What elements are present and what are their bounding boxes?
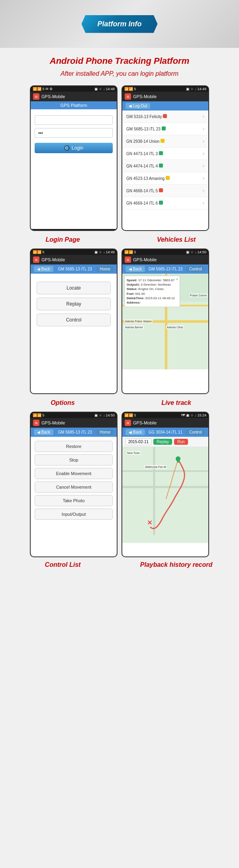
control-button[interactable]: Cancel Movement [35,481,113,493]
popup-close[interactable]: ✕ [176,277,178,282]
playback-date: 2015-02-11 [125,438,151,445]
control-button[interactable]: Enable Movement [35,468,113,479]
livetrack-label: Live track [133,399,220,406]
livetrack-nav-bar: ◀ Back GM 5685-13 iTL 23 Control [122,264,208,274]
svg-marker-11 [176,460,180,463]
options-phone: 📶📶 5 ▣ ☆ ↓ 14:49 G GPS-Mobile ◀ Back GM … [30,249,118,394]
main-title: Android Phone Tracking Platform [0,48,239,68]
option-button[interactable]: Replay [37,298,111,310]
logout-button[interactable]: ◀ Log Out [125,103,150,109]
playback-toolbar: 2015-02-11 Replay Run [122,437,208,447]
vehicles-app-name: GPS-Mobile [133,94,157,99]
list-item[interactable]: GN 2938-14 Union › [122,135,208,148]
options-app-header: G GPS-Mobile [31,255,117,264]
login-screen: ⚙ Login [31,109,117,229]
options-status-bar: 📶📶 5 ▣ ☆ ↓ 14:49 [31,249,117,255]
map-label-barrier: Adenta Barrier [124,326,144,329]
options-label: Options [19,399,107,406]
livetrack-screen: ✕ Speed: 17.11 Odometer: 5803.87 Output1… [122,274,208,393]
options-app-icon: G [33,256,39,263]
end-marker [175,456,181,465]
options-app-name: GPS-Mobile [41,257,65,262]
login-form: ⚙ Login [31,109,117,159]
control-home-button[interactable]: Home [96,429,114,435]
control-phone: 📶📶 5 ▣ ☆ ↓ 14:50 G GPS-Mobile ◀ Back GM … [30,412,118,557]
control-button[interactable]: Stop [35,454,113,466]
row2-phones: 📶📶 5 ▣ ☆ ↓ 14:49 G GPS-Mobile ◀ Back GM … [0,247,239,396]
control-label: Control List [19,561,107,568]
login-label: Login Page [19,236,107,243]
playback-status-bar: 📶📶 5 🗺 ▣ ☆ ↓ 15:24 [122,412,208,418]
control-app-icon: G [33,420,39,426]
vehicles-app-icon: G [125,93,131,100]
banner-title: Platform Info [98,20,142,28]
playback-map: ✕ New Town Ablekuma Fan-M [122,447,208,543]
vehicles-nav-bar: ◀ Log Out [122,101,208,110]
vehicles-app-header: G GPS-Mobile [122,92,208,101]
playback-label-newtown: New Town [126,451,141,455]
options-list: LocateReplayControl [31,274,117,334]
control-button[interactable]: Input/Output [35,509,113,520]
login-nav-label: GPS Platform [60,103,87,108]
playback-phone: 📶📶 5 🗺 ▣ ☆ ↓ 15:24 G GPS-Mobile ◀ Back G… [121,412,209,557]
row1-labels: Login Page Vehicles List [0,233,239,247]
control-button[interactable]: Take Photo [35,495,113,506]
playback-control-button[interactable]: Control [186,429,205,435]
playback-label-text: Playback history record [133,561,220,568]
svg-rect-6 [122,447,208,543]
login-app-name: GPS-Mobile [41,94,65,99]
control-app-name: GPS-Mobile [41,420,65,425]
list-item[interactable]: GN 4523-13 Amaning › [122,172,208,185]
run-button[interactable]: Run [174,439,188,445]
control-nav-bar: ◀ Back GM 5685-13 iTL 23 Home [31,428,117,437]
playback-app-header: G GPS-Mobile [122,418,208,428]
control-back-button[interactable]: ◀ Back [34,429,53,435]
username-input[interactable] [35,115,113,125]
map-label-police: Adenta Police Station [124,320,153,323]
list-item[interactable]: GM 5685-13 iTL 23 › [122,123,208,135]
map-popup: ✕ Speed: 17.11 Odometer: 5803.87 Output1… [124,276,180,307]
row1-phones: 📶📶 5 ✉ ⚙ ▣ ☆ ↓ 14:48 G GPS-Mobile GPS Pl… [0,83,239,233]
playback-screen: 2015-02-11 Replay Run ✕ [122,437,208,556]
login-app-header: G GPS-Mobile [31,92,117,101]
start-marker: ✕ [147,519,152,527]
livetrack-app-name: GPS-Mobile [133,257,157,262]
banner: Platform Info [0,0,239,48]
options-home-button[interactable]: Home [96,266,114,272]
app-icon: G [33,93,39,100]
replay-button[interactable]: Replay [153,439,172,445]
playback-nav-bar: ◀ Back GG 3034-14 iTL 11 Control [122,428,208,437]
row3-labels: Control List Playback history record [0,559,239,576]
map-label-praise: Praise Comm [189,294,208,297]
vehicles-label: Vehicles List [133,236,220,243]
control-button[interactable]: Restore [35,441,113,452]
option-button[interactable]: Locate [37,282,111,294]
playback-app-name: GPS-Mobile [133,420,157,425]
banner-ribbon: Platform Info [82,15,158,33]
control-status-bar: 📶📶 5 ▣ ☆ ↓ 14:50 [31,412,117,418]
control-list: RestoreStopEnable MovementCancel Movemen… [31,437,117,524]
login-phone: 📶📶 5 ✉ ⚙ ▣ ☆ ↓ 14:48 G GPS-Mobile GPS Pl… [30,85,118,231]
playback-label-ablekuma: Ablekuma Fan-M [144,465,167,469]
livetrack-back-button[interactable]: ◀ Back [125,266,145,272]
options-back-button[interactable]: ◀ Back [34,266,53,272]
livetrack-app-icon: G [125,256,131,263]
livetrack-control-button[interactable]: Control [186,266,205,272]
options-nav-bar: ◀ Back GM 5685-13 iTL 23 Home [31,264,117,274]
playback-map-svg [122,447,208,543]
list-item[interactable]: GN 4474-14 iTL 4 › [122,160,208,172]
playback-back-button[interactable]: ◀ Back [125,429,145,435]
row2-labels: Options Live track [0,396,239,410]
list-item[interactable]: GN 4669-14 iTL 6 › [122,197,208,209]
livetrack-phone: 📶📶 5 ▣ ☆ ↓ 14:50 G GPS-Mobile ◀ Back GM … [121,249,209,394]
list-item[interactable]: GN 4473-14 iTL 3 › [122,148,208,160]
list-item[interactable]: GN 4668-14 iTL 5 › [122,185,208,197]
login-status-bar: 📶📶 5 ✉ ⚙ ▣ ☆ ↓ 14:48 [31,86,117,92]
password-input[interactable] [35,128,113,138]
login-button[interactable]: ⚙ Login [35,143,113,153]
list-item[interactable]: GM 5316-13 Felicity › [122,110,208,123]
option-button[interactable]: Control [37,314,111,326]
live-map: ✕ Speed: 17.11 Odometer: 5803.87 Output1… [122,274,208,369]
livetrack-status-bar: 📶📶 5 ▣ ☆ ↓ 14:50 [122,249,208,255]
row3-phones: 📶📶 5 ▣ ☆ ↓ 14:50 G GPS-Mobile ◀ Back GM … [0,410,239,559]
